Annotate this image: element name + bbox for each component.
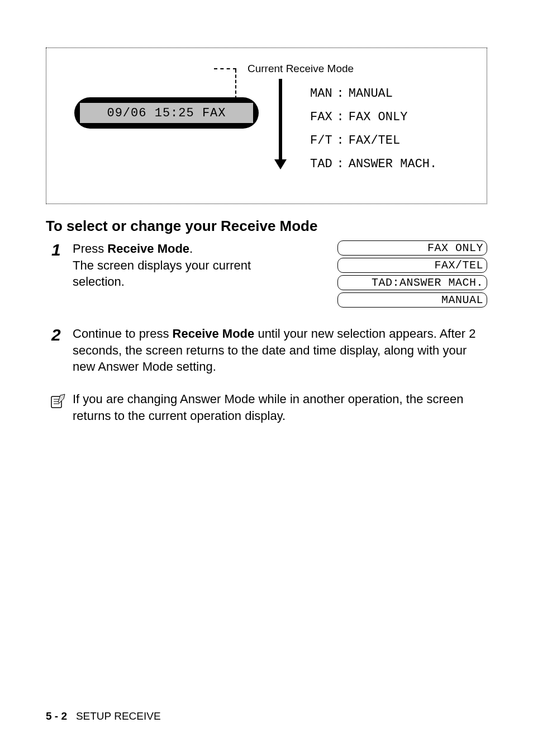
note: If you are changing Answer Mode while in… (46, 391, 487, 424)
lcd-option: MANUAL (337, 292, 487, 308)
step-1: 1 Press Receive Mode. The screen display… (46, 240, 487, 310)
lcd-option: FAX/TEL (337, 258, 487, 273)
step-number: 1 (46, 240, 73, 258)
section-heading: To select or change your Receive Mode (46, 218, 487, 235)
mode-label: FAX/TEL (349, 130, 437, 152)
mode-label: ANSWER MACH. (349, 153, 437, 176)
mode-code: MAN (310, 83, 332, 105)
arrow-head-icon (274, 159, 287, 169)
step-body: Press Receive Mode. The screen displays … (73, 240, 285, 290)
note-icon (46, 391, 73, 412)
page-footer: 5 - 2 SETUP RECEIVE (46, 710, 161, 722)
lcd-text: 09/06 15:25 FAX (80, 103, 253, 123)
page-number: 5 - 2 (46, 710, 67, 722)
note-text: If you are changing Answer Mode while in… (73, 391, 487, 424)
mode-code: FAX (310, 106, 332, 129)
arrow-shaft (279, 79, 282, 162)
section-name: SETUP RECEIVE (76, 710, 161, 722)
step-2: 2 Continue to press Receive Mode until y… (46, 325, 487, 375)
mode-code: TAD (310, 153, 332, 176)
step-number: 2 (46, 325, 73, 343)
step-body: Continue to press Receive Mode until you… (73, 325, 487, 375)
dashed-connector-h (214, 68, 236, 69)
mode-label: MANUAL (349, 83, 437, 105)
diagram-caption: Current Receive Mode (248, 63, 354, 75)
lcd-option: TAD:ANSWER MACH. (337, 275, 487, 290)
lcd-option-list: FAX ONLY FAX/TEL TAD:ANSWER MACH. MANUAL (337, 240, 487, 310)
mode-list: MAN : MANUAL FAX : FAX ONLY F/T : FAX/TE… (309, 82, 438, 177)
lcd-display: 09/06 15:25 FAX (74, 97, 259, 129)
lcd-option: FAX ONLY (337, 240, 487, 256)
mode-code: F/T (310, 130, 332, 152)
mode-label: FAX ONLY (349, 106, 437, 129)
receive-mode-diagram: Current Receive Mode 09/06 15:25 FAX MAN… (46, 48, 487, 204)
